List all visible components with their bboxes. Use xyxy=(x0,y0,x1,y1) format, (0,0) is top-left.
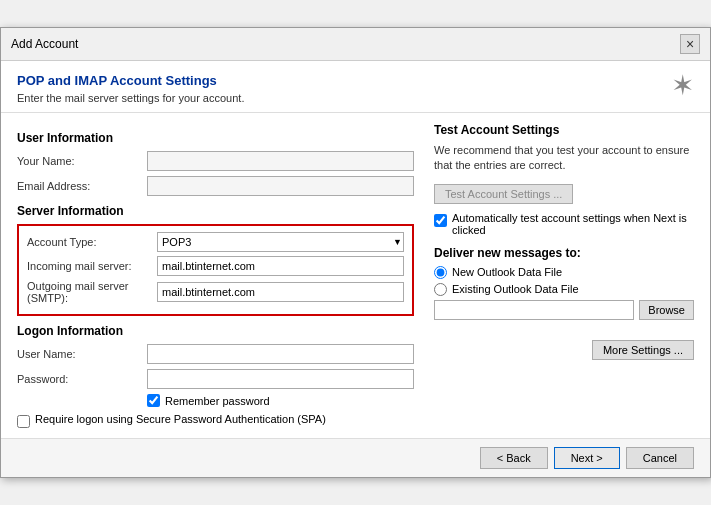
dialog-header: POP and IMAP Account Settings Enter the … xyxy=(1,61,710,113)
deliver-title: Deliver new messages to: xyxy=(434,246,694,260)
outgoing-server-input[interactable] xyxy=(157,282,404,302)
browse-button[interactable]: Browse xyxy=(639,300,694,320)
more-settings-row: More Settings ... xyxy=(434,340,694,360)
password-label: Password: xyxy=(17,373,147,385)
more-settings-button[interactable]: More Settings ... xyxy=(592,340,694,360)
email-input[interactable] xyxy=(147,176,414,196)
dialog-footer: < Back Next > Cancel xyxy=(1,438,710,477)
username-row: User Name: xyxy=(17,344,414,364)
incoming-server-row: Incoming mail server: xyxy=(27,256,404,276)
header-heading: POP and IMAP Account Settings xyxy=(17,73,244,88)
outgoing-server-row: Outgoing mail server (SMTP): xyxy=(27,280,404,304)
account-type-row: Account Type: POP3 IMAP ▼ xyxy=(27,232,404,252)
account-type-select[interactable]: POP3 IMAP xyxy=(157,232,404,252)
your-name-row: Your Name: xyxy=(17,151,414,171)
dialog-body: User Information Your Name: Email Addres… xyxy=(1,113,710,438)
title-bar: Add Account × xyxy=(1,28,710,61)
username-label: User Name: xyxy=(17,348,147,360)
incoming-label: Incoming mail server: xyxy=(27,260,157,272)
your-name-input[interactable] xyxy=(147,151,414,171)
logon-title: Logon Information xyxy=(17,324,414,338)
header-subtitle: Enter the mail server settings for your … xyxy=(17,92,244,104)
spa-checkbox[interactable] xyxy=(17,415,30,428)
server-info-box: Account Type: POP3 IMAP ▼ Incoming mail … xyxy=(17,224,414,316)
radio-new-data-file-row: New Outlook Data File xyxy=(434,266,694,279)
test-description: We recommend that you test your account … xyxy=(434,143,694,174)
password-input[interactable] xyxy=(147,369,414,389)
username-input[interactable] xyxy=(147,344,414,364)
your-name-label: Your Name: xyxy=(17,155,147,167)
left-panel: User Information Your Name: Email Addres… xyxy=(17,123,414,428)
data-file-path-input[interactable] xyxy=(434,300,634,320)
email-label: Email Address: xyxy=(17,180,147,192)
close-button[interactable]: × xyxy=(680,34,700,54)
user-info-title: User Information xyxy=(17,131,414,145)
test-section-title: Test Account Settings xyxy=(434,123,694,137)
spa-row: Require logon using Secure Password Auth… xyxy=(17,413,414,428)
dialog-title: Add Account xyxy=(11,37,78,51)
radio-existing-label: Existing Outlook Data File xyxy=(452,283,579,295)
auto-test-checkbox[interactable] xyxy=(434,214,447,227)
password-row: Password: xyxy=(17,369,414,389)
spa-label: Require logon using Secure Password Auth… xyxy=(35,413,326,425)
incoming-server-input[interactable] xyxy=(157,256,404,276)
account-type-label: Account Type: xyxy=(27,236,157,248)
remember-password-checkbox[interactable] xyxy=(147,394,160,407)
radio-existing-data-file-row: Existing Outlook Data File xyxy=(434,283,694,296)
account-type-select-wrapper[interactable]: POP3 IMAP ▼ xyxy=(157,232,404,252)
radio-new-data-file[interactable] xyxy=(434,266,447,279)
outgoing-label: Outgoing mail server (SMTP): xyxy=(27,280,157,304)
add-account-dialog: Add Account × POP and IMAP Account Setti… xyxy=(0,27,711,478)
cancel-button[interactable]: Cancel xyxy=(626,447,694,469)
test-account-settings-button[interactable]: Test Account Settings ... xyxy=(434,184,573,204)
back-button[interactable]: < Back xyxy=(480,447,548,469)
settings-icon: ✶ xyxy=(671,69,694,102)
auto-test-row: Automatically test account settings when… xyxy=(434,212,694,236)
header-left: POP and IMAP Account Settings Enter the … xyxy=(17,73,244,104)
radio-new-label: New Outlook Data File xyxy=(452,266,562,278)
radio-existing-data-file[interactable] xyxy=(434,283,447,296)
remember-password-row: Remember password xyxy=(147,394,414,407)
remember-password-label: Remember password xyxy=(165,395,270,407)
data-file-row: Browse xyxy=(434,300,694,320)
email-row: Email Address: xyxy=(17,176,414,196)
server-info-title: Server Information xyxy=(17,204,414,218)
right-panel: Test Account Settings We recommend that … xyxy=(434,123,694,428)
next-button[interactable]: Next > xyxy=(554,447,620,469)
auto-test-label: Automatically test account settings when… xyxy=(452,212,694,236)
